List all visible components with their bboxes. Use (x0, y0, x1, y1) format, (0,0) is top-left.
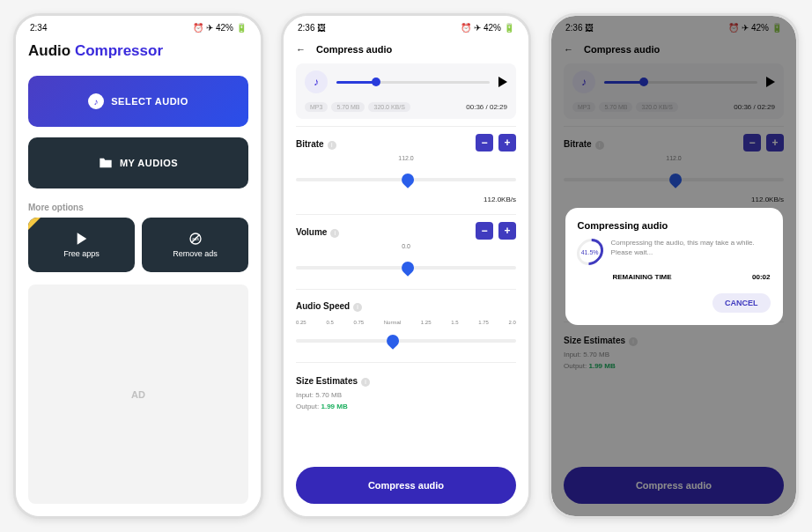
play-time: 00:36 / 02:29 (466, 103, 507, 111)
speed-slider[interactable]: 0.250.50.75Normal1.251.51.752.0 (296, 325, 516, 348)
drop-icon (399, 259, 417, 277)
phone-compressing: 2:36 🖼 ⏰ ✈ 42%🔋 ← Compress audio ♪ MP35.… (549, 13, 799, 519)
status-icons: ⏰ ✈ 42%🔋 (193, 23, 247, 33)
volume-slider[interactable]: 0.0 (296, 252, 516, 275)
info-icon[interactable]: i (361, 378, 370, 387)
status-bar: 2:36 🖼 ⏰ ✈ 42%🔋 (284, 16, 528, 39)
phone-home: 2:34 ⏰ ✈ 42%🔋 Audio Compressor ♪ SELECT … (13, 13, 263, 519)
bitrate-slider[interactable]: 112.0 (296, 164, 516, 187)
cancel-button[interactable]: CANCEL (712, 293, 771, 313)
back-button[interactable]: ← (296, 44, 306, 55)
music-note-icon: ♪ (305, 70, 328, 93)
status-time: 2:36 🖼 (298, 23, 326, 33)
volume-section: Volumei −+ 0.0 (296, 214, 516, 282)
more-options-label: More options (16, 194, 261, 218)
ad-placeholder: AD (28, 284, 248, 504)
compressing-modal: Compressing audio 41.5% Compressing the … (565, 208, 783, 325)
status-icons: ⏰ ✈ 42%🔋 (461, 23, 514, 33)
bitrate-value: 112.0KB/s (296, 190, 516, 203)
info-icon[interactable]: i (330, 229, 339, 238)
app-title: Audio Compressor (16, 39, 261, 70)
drop-icon (384, 332, 402, 350)
speed-section: Audio Speedi 0.250.50.75Normal1.251.51.7… (296, 289, 516, 355)
bitrate-minus-button[interactable]: − (476, 134, 493, 151)
modal-title: Compressing audio (578, 220, 771, 231)
volume-plus-button[interactable]: + (498, 222, 516, 240)
phone-compress: 2:36 🖼 ⏰ ✈ 42%🔋 ← Compress audio ♪ MP3 (281, 13, 531, 519)
page-header: ← Compress audio (284, 39, 528, 63)
remove-ads-button[interactable]: ads Remove ads (142, 218, 248, 272)
play-store-icon (75, 232, 89, 246)
my-audios-button[interactable]: MY AUDIOS (28, 137, 248, 188)
status-bar: 2:34 ⏰ ✈ 42%🔋 (16, 16, 261, 39)
seek-bar[interactable] (336, 81, 490, 84)
select-audio-button[interactable]: ♪ SELECT AUDIO (28, 76, 248, 127)
bitrate-section: Bitratei −+ 112.0 112.0KB/s (296, 126, 516, 207)
info-icon[interactable]: i (353, 303, 362, 312)
page-title: Compress audio (316, 44, 392, 55)
audio-player: ♪ MP3 5.70 MB 320.0 KB/S 00:36 / 02:29 (296, 63, 516, 119)
status-time: 2:34 (30, 23, 47, 33)
volume-minus-button[interactable]: − (476, 222, 493, 240)
no-ads-icon: ads (188, 232, 203, 246)
progress-ring-icon: 41.5% (571, 233, 608, 270)
info-icon[interactable]: i (328, 141, 336, 150)
compress-audio-button[interactable]: Compress audio (296, 467, 516, 504)
bitrate-plus-button[interactable]: + (498, 134, 516, 151)
free-apps-button[interactable]: Free apps (28, 218, 135, 272)
modal-message: Compressing the audio, this may take a w… (611, 238, 771, 257)
drop-icon (399, 171, 417, 188)
corner-badge-icon (28, 218, 41, 230)
folder-icon (99, 157, 113, 169)
modal-overlay: Compressing audio 41.5% Compressing the … (551, 16, 796, 516)
audio-badges: MP3 5.70 MB 320.0 KB/S (305, 102, 410, 112)
play-button[interactable] (498, 77, 507, 87)
remaining-time-value: 00:02 (752, 273, 770, 281)
size-estimates: Size Estimatesi Input: 5.70 MB Output: 1… (296, 362, 516, 410)
music-note-icon: ♪ (88, 93, 104, 109)
remaining-time-label: REMAINING TIME (613, 273, 672, 281)
